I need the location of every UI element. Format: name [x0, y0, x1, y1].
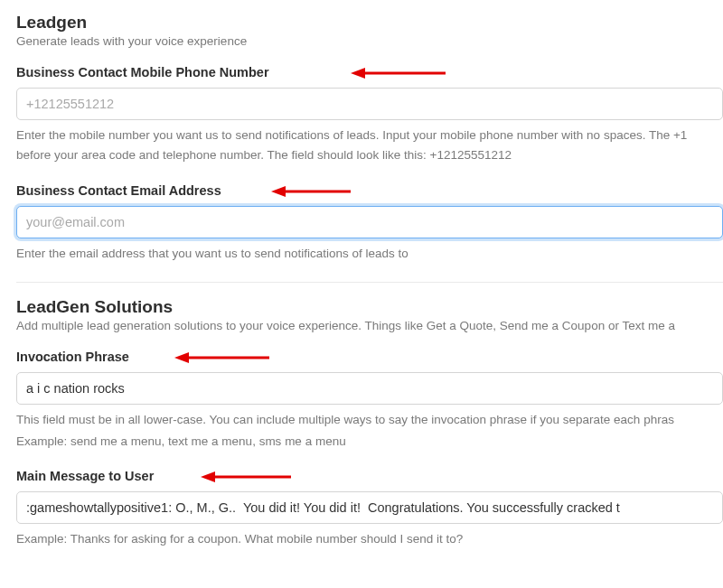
mainmsg-input[interactable]	[16, 491, 723, 524]
arrow-icon	[351, 66, 446, 80]
email-field-block: Business Contact Email Address Enter the…	[16, 182, 723, 264]
invocation-label: Invocation Phrase	[16, 350, 129, 364]
phone-label: Business Contact Mobile Phone Number	[16, 65, 269, 79]
mainmsg-label: Main Message to User	[16, 469, 154, 483]
phone-help: Enter the mobile number you want us to s…	[16, 126, 723, 166]
email-input[interactable]	[16, 206, 723, 238]
svg-marker-1	[351, 68, 365, 79]
phone-field-block: Business Contact Mobile Phone Number Ent…	[16, 64, 723, 166]
invocation-field-block: Invocation Phrase This field must be in …	[16, 349, 723, 453]
svg-marker-7	[201, 471, 215, 482]
invocation-help-2: Example: send me a menu, text me a menu,…	[16, 432, 723, 452]
leadgen-title: Leadgen	[16, 13, 723, 33]
svg-marker-5	[174, 352, 189, 363]
email-label: Business Contact Email Address	[16, 183, 221, 198]
arrow-icon	[201, 470, 291, 484]
svg-marker-3	[271, 186, 286, 197]
divider	[16, 282, 723, 283]
email-help: Enter the email address that you want us…	[16, 244, 723, 264]
mainmsg-field-block: Main Message to User Example: Thanks for…	[16, 468, 723, 549]
invocation-input[interactable]	[16, 372, 723, 405]
arrow-icon	[174, 350, 269, 365]
solutions-desc: Add multiple lead generation solutions t…	[16, 319, 723, 332]
phone-input[interactable]	[16, 88, 723, 120]
mainmsg-help: Example: Thanks for asking for a coupon.…	[16, 529, 723, 549]
invocation-help-1: This field must be in all lower-case. Yo…	[16, 410, 723, 430]
solutions-title: LeadGen Solutions	[16, 297, 723, 317]
arrow-icon	[271, 184, 351, 199]
leadgen-desc: Generate leads with your voice experienc…	[16, 34, 723, 48]
